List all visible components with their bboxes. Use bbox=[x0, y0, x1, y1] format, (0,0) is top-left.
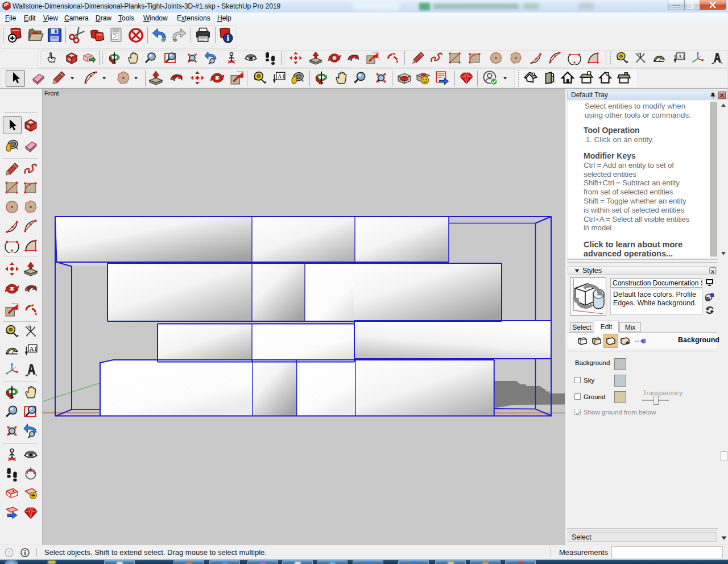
svg-text:Front: Front bbox=[44, 90, 59, 97]
svg-text:?: ? bbox=[8, 549, 11, 556]
